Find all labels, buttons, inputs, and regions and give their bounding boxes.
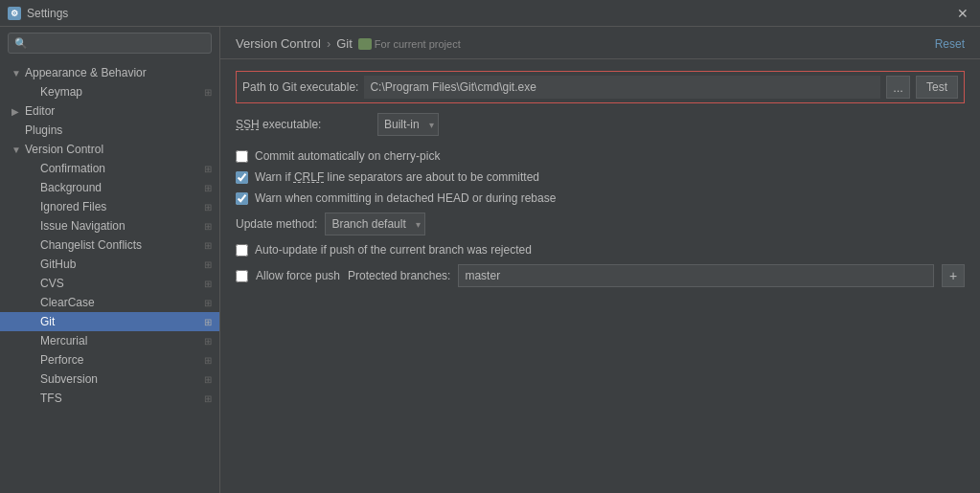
sidebar-item-github[interactable]: GitHub ⊞ bbox=[0, 255, 219, 274]
breadcrumb-git: Git bbox=[336, 36, 353, 51]
checkbox-force-push[interactable] bbox=[236, 270, 248, 282]
sidebar-item-label: Editor bbox=[25, 104, 55, 118]
checkbox-cherry-pick[interactable] bbox=[236, 150, 248, 163]
window-title: Settings bbox=[27, 7, 68, 20]
git-path-row: Path to Git executable: ... Test bbox=[236, 71, 965, 103]
sidebar-item-mercurial[interactable]: Mercurial ⊞ bbox=[0, 331, 219, 350]
content-area: Version Control › Git For current projec… bbox=[220, 27, 980, 493]
chevron-down-icon: ▾ bbox=[425, 120, 438, 130]
update-method-row: Update method: Branch default Merge Reba… bbox=[236, 213, 965, 235]
item-config-icon: ⊞ bbox=[204, 202, 212, 213]
sidebar-item-subversion[interactable]: Subversion ⊞ bbox=[0, 370, 219, 389]
sidebar-item-cvs[interactable]: CVS ⊞ bbox=[0, 274, 219, 293]
sidebar: 🔍 ▼ Appearance & Behavior Keymap ⊞ ▶ bbox=[0, 27, 220, 493]
sidebar-item-perforce[interactable]: Perforce ⊞ bbox=[0, 350, 219, 370]
checkbox-crlf-row: Warn if CRLF line separators are about t… bbox=[236, 170, 965, 184]
sidebar-item-tfs[interactable]: TFS ⊞ bbox=[0, 389, 219, 408]
content-header: Version Control › Git For current projec… bbox=[220, 27, 980, 59]
sidebar-item-label: Ignored Files bbox=[40, 200, 106, 213]
protected-branches-input[interactable] bbox=[458, 264, 934, 287]
sidebar-item-appearance-behavior[interactable]: ▼ Appearance & Behavior bbox=[0, 63, 219, 82]
search-input[interactable] bbox=[32, 36, 205, 50]
item-config-icon: ⊞ bbox=[204, 279, 212, 289]
update-method-select[interactable]: Branch default Merge Rebase bbox=[326, 215, 412, 233]
sidebar-item-label: Mercurial bbox=[40, 334, 87, 347]
sidebar-item-label: Keymap bbox=[40, 85, 82, 99]
checkbox-detached-head-label[interactable]: Warn when committing in detached HEAD or… bbox=[255, 191, 556, 205]
git-path-label: Path to Git executable: bbox=[242, 80, 358, 94]
sidebar-item-label: Changelist Conflicts bbox=[40, 238, 142, 252]
item-config-icon: ⊞ bbox=[204, 259, 212, 270]
checkbox-auto-update-label[interactable]: Auto-update if push of the current branc… bbox=[255, 243, 532, 257]
sidebar-item-issue-navigation[interactable]: Issue Navigation ⊞ bbox=[0, 216, 219, 235]
item-config-icon: ⊞ bbox=[204, 298, 212, 308]
sidebar-item-label: CVS bbox=[40, 277, 64, 290]
item-config-icon: ⊞ bbox=[204, 87, 212, 98]
browse-button[interactable]: ... bbox=[886, 76, 910, 99]
ssh-label: SSH executable: bbox=[236, 118, 370, 131]
update-method-label: Update method: bbox=[236, 217, 317, 231]
sidebar-item-label: Perforce bbox=[40, 353, 83, 367]
checkbox-auto-update-row: Auto-update if push of the current branc… bbox=[236, 243, 965, 257]
git-underline: Git bbox=[282, 80, 296, 94]
content-body: Path to Git executable: ... Test SSH exe… bbox=[220, 59, 980, 493]
ssh-select[interactable]: Built-in Native bbox=[378, 116, 425, 133]
ssh-underline: SSH bbox=[236, 118, 260, 131]
test-button[interactable]: Test bbox=[916, 76, 958, 99]
sidebar-item-label: Issue Navigation bbox=[40, 219, 125, 233]
title-bar-left: ⚙ Settings bbox=[8, 7, 68, 20]
sidebar-item-label: ClearCase bbox=[40, 296, 95, 309]
ssh-row: SSH executable: Built-in Native ▾ bbox=[236, 113, 965, 136]
item-config-icon: ⊞ bbox=[204, 336, 212, 347]
title-bar: ⚙ Settings ✕ bbox=[0, 0, 980, 27]
sidebar-item-plugins[interactable]: Plugins bbox=[0, 121, 219, 140]
search-box[interactable]: 🔍 bbox=[8, 33, 212, 54]
checkbox-auto-update[interactable] bbox=[236, 244, 248, 257]
nav-tree: ▼ Appearance & Behavior Keymap ⊞ ▶ Edito… bbox=[0, 59, 219, 493]
checkbox-crlf-label[interactable]: Warn if CRLF line separators are about t… bbox=[255, 170, 539, 184]
git-path-input[interactable] bbox=[364, 76, 880, 99]
item-config-icon: ⊞ bbox=[204, 317, 212, 327]
expand-arrow: ▼ bbox=[11, 145, 21, 155]
close-button[interactable]: ✕ bbox=[953, 4, 972, 23]
item-config-icon: ⊞ bbox=[204, 183, 212, 193]
item-config-icon: ⊞ bbox=[204, 355, 212, 366]
chevron-down-icon: ▾ bbox=[412, 219, 424, 230]
sidebar-item-label: Subversion bbox=[40, 372, 98, 386]
expand-arrow: ▶ bbox=[11, 106, 21, 117]
sidebar-item-git[interactable]: Git ⊞ bbox=[0, 312, 219, 331]
nav-sub-appearance: Keymap ⊞ bbox=[0, 82, 219, 101]
checkbox-cherry-pick-label[interactable]: Commit automatically on cherry-pick bbox=[255, 149, 440, 163]
sidebar-item-confirmation[interactable]: Confirmation ⊞ bbox=[0, 159, 219, 178]
update-method-select-wrapper[interactable]: Branch default Merge Rebase ▾ bbox=[325, 213, 425, 235]
sidebar-item-label: Git bbox=[40, 315, 55, 328]
search-icon: 🔍 bbox=[14, 37, 28, 50]
main-container: 🔍 ▼ Appearance & Behavior Keymap ⊞ ▶ bbox=[0, 27, 980, 493]
checkbox-crlf[interactable] bbox=[236, 171, 248, 184]
breadcrumb-arrow: › bbox=[327, 36, 330, 51]
sidebar-item-label: Version Control bbox=[25, 143, 103, 156]
checkbox-cherry-pick-row: Commit automatically on cherry-pick bbox=[236, 149, 965, 163]
checkbox-detached-head[interactable] bbox=[236, 192, 248, 205]
checkbox-detached-head-row: Warn when committing in detached HEAD or… bbox=[236, 191, 965, 205]
sidebar-item-version-control[interactable]: ▼ Version Control bbox=[0, 140, 219, 159]
settings-app-icon: ⚙ bbox=[8, 7, 21, 20]
sidebar-item-keymap[interactable]: Keymap ⊞ bbox=[0, 82, 219, 101]
add-protected-branch-button[interactable]: + bbox=[942, 264, 965, 287]
item-config-icon: ⊞ bbox=[204, 164, 212, 174]
sidebar-item-label: Confirmation bbox=[40, 162, 105, 175]
sidebar-item-ignored-files[interactable]: Ignored Files ⊞ bbox=[0, 197, 219, 216]
checkbox-force-push-label[interactable]: Allow force push bbox=[256, 269, 340, 282]
breadcrumb: Version Control › Git For current projec… bbox=[236, 36, 461, 51]
sidebar-item-background[interactable]: Background ⊞ bbox=[0, 178, 219, 197]
sidebar-item-editor[interactable]: ▶ Editor bbox=[0, 101, 219, 121]
reset-button[interactable]: Reset bbox=[935, 37, 965, 51]
crlf-underline: CRLF bbox=[294, 170, 324, 184]
sidebar-item-changelist-conflicts[interactable]: Changelist Conflicts ⊞ bbox=[0, 235, 219, 255]
protected-branches-label: Protected branches: bbox=[348, 269, 450, 282]
ssh-select-wrapper[interactable]: Built-in Native ▾ bbox=[377, 113, 439, 136]
project-icon bbox=[358, 38, 372, 50]
breadcrumb-version-control: Version Control bbox=[236, 36, 321, 51]
item-config-icon: ⊞ bbox=[204, 240, 212, 251]
sidebar-item-clearcase[interactable]: ClearCase ⊞ bbox=[0, 293, 219, 312]
